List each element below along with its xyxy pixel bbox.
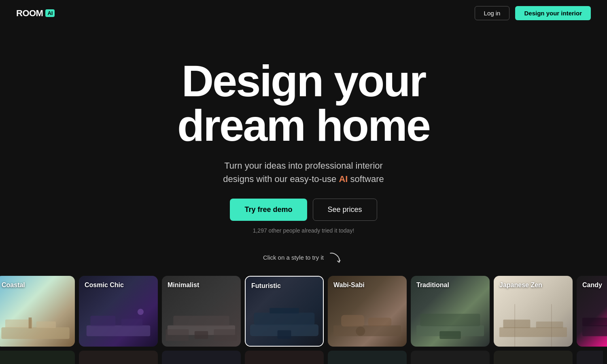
card-futuristic-label: Futuristic (251, 282, 281, 290)
hero-subtitle-text2: designs with our easy-to-use (223, 174, 339, 184)
style-card-sm-8[interactable] (577, 351, 603, 364)
svg-rect-11 (166, 329, 189, 341)
hero-title-line1: Design your (182, 56, 426, 106)
hero-subtitle-after: software (348, 174, 384, 184)
style-card-sm-2[interactable] (79, 351, 158, 364)
hero-subtitle: Turn your ideas into professional interi… (0, 159, 607, 186)
logo: ROOM AI (16, 8, 55, 19)
card-traditional-furniture (411, 304, 490, 347)
svg-rect-5 (90, 316, 115, 326)
svg-rect-31 (582, 317, 607, 326)
card-cosmic-furniture (79, 304, 158, 347)
style-card-coastal[interactable]: Coastal (0, 276, 75, 347)
style-card-sm-7[interactable] (494, 351, 573, 364)
svg-rect-9 (173, 316, 229, 326)
svg-point-7 (138, 309, 144, 315)
card-japanese-label: Japanese Zen (499, 281, 542, 289)
svg-rect-2 (36, 321, 56, 328)
card-candy-label: Candy (582, 281, 602, 289)
style-card-sm-1[interactable] (0, 351, 75, 364)
style-card-wabisabi[interactable]: Wabi-Sabi (328, 276, 407, 347)
svg-rect-25 (503, 320, 531, 328)
login-button[interactable]: Log in (475, 6, 510, 20)
svg-rect-26 (536, 322, 563, 328)
style-card-sm-5[interactable] (328, 351, 407, 364)
svg-rect-14 (254, 313, 315, 325)
card-futuristic-furniture (246, 301, 323, 346)
hint-arrow-icon (328, 250, 344, 266)
svg-rect-24 (499, 327, 567, 337)
hero-subtitle-text1: Turn your ideas into professional interi… (224, 161, 383, 171)
see-prices-button[interactable]: See prices (313, 199, 377, 221)
svg-rect-19 (368, 317, 391, 326)
navbar: ROOM AI Log in Design your interior (0, 0, 607, 26)
svg-rect-12 (214, 329, 237, 341)
hero-title-line2: dream home (177, 100, 430, 150)
style-card-sm-6[interactable] (411, 351, 490, 364)
svg-rect-15 (270, 308, 299, 313)
style-cards-row: Coastal Cosmic Chic Minimalist (0, 276, 603, 347)
svg-rect-29 (582, 326, 607, 336)
hero-actions: Try free demo See prices (0, 199, 607, 221)
styles-hint-text: Click on a style to try it (263, 254, 324, 261)
card-wabisabi-furniture (328, 304, 407, 347)
svg-rect-23 (439, 331, 461, 339)
logo-text: ROOM (16, 8, 43, 19)
nav-actions: Log in Design your interior (475, 6, 591, 20)
hero-ai-highlight: AI (339, 174, 348, 184)
style-card-cosmic[interactable]: Cosmic Chic (79, 276, 158, 347)
svg-rect-10 (195, 331, 208, 339)
social-proof-text: 1,297 other people already tried it toda… (0, 227, 607, 234)
svg-rect-1 (5, 320, 32, 328)
styles-hint: Click on a style to try it (0, 250, 607, 266)
svg-rect-22 (420, 314, 480, 326)
card-cosmic-label: Cosmic Chic (85, 281, 124, 289)
try-demo-button[interactable]: Try free demo (230, 199, 307, 221)
svg-rect-18 (341, 315, 364, 327)
style-card-futuristic[interactable]: Futuristic (245, 276, 324, 347)
svg-point-20 (356, 326, 365, 336)
card-wabisabi-label: Wabi-Sabi (333, 281, 365, 289)
svg-rect-3 (29, 317, 32, 328)
card-japanese-furniture (494, 304, 573, 347)
design-interior-button[interactable]: Design your interior (515, 6, 591, 20)
card-coastal-furniture (0, 308, 75, 347)
svg-rect-4 (87, 326, 151, 336)
svg-rect-0 (1, 327, 69, 339)
style-card-minimalist[interactable]: Minimalist (162, 276, 241, 347)
style-cards-row-2 (0, 351, 603, 364)
svg-rect-16 (278, 330, 291, 339)
card-minimalist-furniture (162, 304, 241, 347)
hero-section: Design your dream home Turn your ideas i… (0, 26, 607, 234)
style-card-sm-4[interactable] (245, 351, 324, 364)
card-candy-furniture (577, 304, 607, 347)
style-card-japanese[interactable]: Japanese Zen (494, 276, 573, 347)
card-minimalist-label: Minimalist (168, 281, 199, 289)
style-card-candy[interactable]: Candy (577, 276, 607, 347)
svg-rect-6 (121, 319, 143, 326)
logo-ai-badge: AI (45, 9, 55, 17)
card-coastal-label: Coastal (2, 281, 25, 289)
hero-title: Design your dream home (0, 59, 607, 148)
svg-rect-17 (333, 326, 401, 336)
style-card-traditional[interactable]: Traditional (411, 276, 490, 347)
card-traditional-label: Traditional (416, 281, 449, 289)
style-card-sm-3[interactable] (162, 351, 241, 364)
